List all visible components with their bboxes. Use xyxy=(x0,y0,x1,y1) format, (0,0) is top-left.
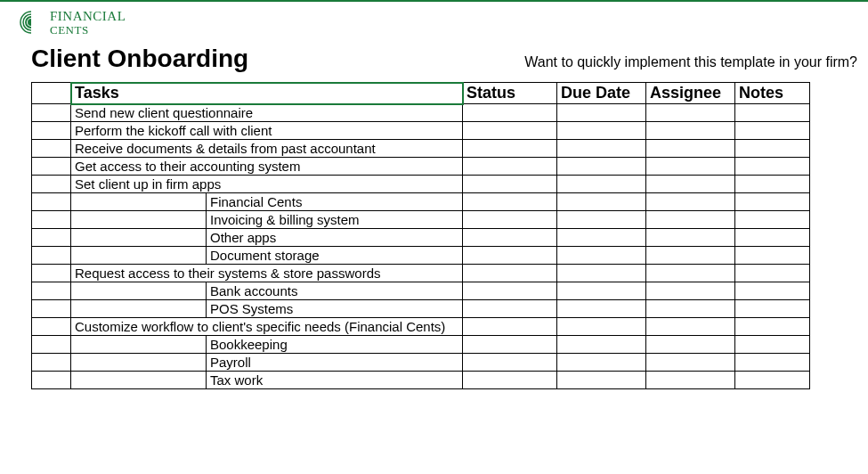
cell-notes[interactable] xyxy=(735,372,810,389)
cell-task[interactable]: Set client up in firm apps xyxy=(71,176,463,193)
cell-subtask[interactable]: Financial Cents xyxy=(207,193,463,211)
cell-due-date[interactable] xyxy=(557,354,646,372)
cell-task[interactable]: Send new client questionnaire xyxy=(71,104,463,122)
cell-task[interactable]: Request access to their systems & store … xyxy=(71,265,463,282)
cell-status[interactable] xyxy=(463,140,557,158)
cell-indent-blank[interactable] xyxy=(71,372,207,389)
cell-status[interactable] xyxy=(463,247,557,265)
cell-assignee[interactable] xyxy=(646,247,735,265)
cell-notes[interactable] xyxy=(735,158,810,176)
cell-notes[interactable] xyxy=(735,211,810,229)
cell-due-date[interactable] xyxy=(557,282,646,300)
cell-status[interactable] xyxy=(463,176,557,193)
cell-status[interactable] xyxy=(463,229,557,247)
cell-status[interactable] xyxy=(463,318,557,336)
cell-leading-blank[interactable] xyxy=(32,372,71,389)
cell-indent-blank[interactable] xyxy=(71,354,207,372)
cell-leading-blank[interactable] xyxy=(32,354,71,372)
cell-leading-blank[interactable] xyxy=(32,158,71,176)
cell-subtask[interactable]: Other apps xyxy=(207,229,463,247)
cell-status[interactable] xyxy=(463,104,557,122)
cell-notes[interactable] xyxy=(735,265,810,282)
cell-due-date[interactable] xyxy=(557,140,646,158)
cell-status[interactable] xyxy=(463,211,557,229)
cell-due-date[interactable] xyxy=(557,372,646,389)
cell-assignee[interactable] xyxy=(646,354,735,372)
header-assignee[interactable]: Assignee xyxy=(646,83,735,104)
cell-assignee[interactable] xyxy=(646,140,735,158)
cell-subtask[interactable]: Document storage xyxy=(207,247,463,265)
cell-subtask[interactable]: Tax work xyxy=(207,372,463,389)
cell-indent-blank[interactable] xyxy=(71,229,207,247)
cell-due-date[interactable] xyxy=(557,247,646,265)
cell-leading-blank[interactable] xyxy=(32,176,71,193)
cell-status[interactable] xyxy=(463,354,557,372)
cell-indent-blank[interactable] xyxy=(71,336,207,354)
cell-task[interactable]: Receive documents & details from past ac… xyxy=(71,140,463,158)
cell-assignee[interactable] xyxy=(646,104,735,122)
header-status[interactable]: Status xyxy=(463,83,557,104)
cell-status[interactable] xyxy=(463,372,557,389)
cell-due-date[interactable] xyxy=(557,122,646,140)
cell-subtask[interactable]: Bank accounts xyxy=(207,282,463,300)
cell-subtask[interactable]: POS Systems xyxy=(207,300,463,318)
cell-indent-blank[interactable] xyxy=(71,193,207,211)
cell-indent-blank[interactable] xyxy=(71,211,207,229)
cell-status[interactable] xyxy=(463,193,557,211)
cell-leading-blank[interactable] xyxy=(32,282,71,300)
cell-assignee[interactable] xyxy=(646,176,735,193)
cell-assignee[interactable] xyxy=(646,158,735,176)
header-due-date[interactable]: Due Date xyxy=(557,83,646,104)
cell-assignee[interactable] xyxy=(646,282,735,300)
cell-leading-blank[interactable] xyxy=(32,300,71,318)
cell-leading-blank[interactable] xyxy=(32,104,71,122)
cell-notes[interactable] xyxy=(735,318,810,336)
cell-notes[interactable] xyxy=(735,104,810,122)
cell-due-date[interactable] xyxy=(557,229,646,247)
cell-notes[interactable] xyxy=(735,354,810,372)
cell-due-date[interactable] xyxy=(557,318,646,336)
cell-notes[interactable] xyxy=(735,247,810,265)
cell-leading-blank[interactable] xyxy=(32,265,71,282)
cell-assignee[interactable] xyxy=(646,372,735,389)
cell-status[interactable] xyxy=(463,265,557,282)
cell-due-date[interactable] xyxy=(557,300,646,318)
header-blank[interactable] xyxy=(32,83,71,104)
cell-status[interactable] xyxy=(463,300,557,318)
cell-assignee[interactable] xyxy=(646,265,735,282)
header-notes[interactable]: Notes xyxy=(735,83,810,104)
cell-notes[interactable] xyxy=(735,336,810,354)
cell-indent-blank[interactable] xyxy=(71,247,207,265)
cell-notes[interactable] xyxy=(735,176,810,193)
cell-notes[interactable] xyxy=(735,229,810,247)
cell-assignee[interactable] xyxy=(646,229,735,247)
header-tasks[interactable]: Tasks xyxy=(71,83,463,104)
cell-indent-blank[interactable] xyxy=(71,300,207,318)
cell-task[interactable]: Customize workflow to client's specific … xyxy=(71,318,463,336)
cell-status[interactable] xyxy=(463,122,557,140)
cell-status[interactable] xyxy=(463,282,557,300)
cell-notes[interactable] xyxy=(735,300,810,318)
cell-assignee[interactable] xyxy=(646,211,735,229)
cell-due-date[interactable] xyxy=(557,211,646,229)
cell-subtask[interactable]: Bookkeeping xyxy=(207,336,463,354)
cell-due-date[interactable] xyxy=(557,336,646,354)
cell-assignee[interactable] xyxy=(646,336,735,354)
cell-leading-blank[interactable] xyxy=(32,247,71,265)
cell-task[interactable]: Perform the kickoff call with client xyxy=(71,122,463,140)
cell-notes[interactable] xyxy=(735,282,810,300)
cell-assignee[interactable] xyxy=(646,193,735,211)
cell-leading-blank[interactable] xyxy=(32,318,71,336)
cell-subtask[interactable]: Invoicing & billing system xyxy=(207,211,463,229)
cell-indent-blank[interactable] xyxy=(71,282,207,300)
cell-task[interactable]: Get access to their accounting system xyxy=(71,158,463,176)
cell-due-date[interactable] xyxy=(557,193,646,211)
cell-leading-blank[interactable] xyxy=(32,140,71,158)
cell-assignee[interactable] xyxy=(646,318,735,336)
cell-notes[interactable] xyxy=(735,140,810,158)
cell-notes[interactable] xyxy=(735,193,810,211)
cell-subtask[interactable]: Payroll xyxy=(207,354,463,372)
cell-leading-blank[interactable] xyxy=(32,122,71,140)
cell-due-date[interactable] xyxy=(557,158,646,176)
cell-notes[interactable] xyxy=(735,122,810,140)
